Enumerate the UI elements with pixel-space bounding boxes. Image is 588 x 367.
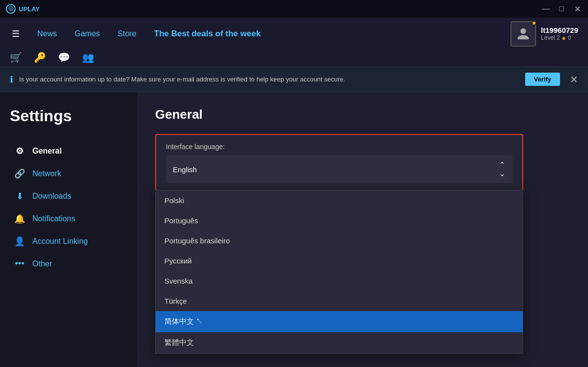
avatar[interactable] xyxy=(510,21,536,47)
dropdown-item-polski[interactable]: Polski xyxy=(156,190,523,210)
verify-button[interactable]: Verify xyxy=(525,73,560,86)
language-select[interactable]: English ⌃⌄ xyxy=(166,156,512,183)
sidebar-label-network: Network xyxy=(32,169,61,178)
nav-link-news[interactable]: News xyxy=(30,27,64,40)
dropdown-item-russian[interactable]: Русский xyxy=(156,251,523,271)
notification-bar: ℹ Is your account information up to date… xyxy=(0,67,588,92)
dropdown-item-svenska[interactable]: Svenska xyxy=(156,271,523,291)
info-icon: ℹ xyxy=(10,74,13,85)
network-icon: 🔗 xyxy=(14,168,26,179)
person-icon: 👤 xyxy=(14,236,26,247)
key-button[interactable]: 🔑 xyxy=(34,52,46,63)
maximize-button[interactable]: □ xyxy=(557,4,566,14)
sidebar-label-general: General xyxy=(32,147,62,156)
hamburger-button[interactable]: ☰ xyxy=(10,26,22,41)
sidebar-item-notifications[interactable]: 🔔 Notifications xyxy=(10,208,128,230)
section-title: General xyxy=(155,107,570,122)
more-icon: ••• xyxy=(14,259,26,269)
sidebar-label-notifications: Notifications xyxy=(32,214,75,223)
nav-icons: 🛒 🔑 💬 👥 xyxy=(10,52,578,63)
language-dropdown: Polski Português Português brasileiro Ру… xyxy=(155,190,523,354)
chat-button[interactable]: 💬 xyxy=(58,52,70,63)
window-controls: — □ ✕ xyxy=(541,4,582,14)
nav-top: ☰ News Games Store The Best deals of the… xyxy=(10,21,578,47)
online-indicator xyxy=(532,21,536,26)
notification-text: Is your account information up to date? … xyxy=(19,76,519,83)
title-bar: Ⓤ UPLAY — □ ✕ xyxy=(0,0,588,18)
app-title: UPLAY xyxy=(19,5,40,13)
sidebar-label-account-linking: Account Linking xyxy=(32,237,88,246)
chevron-icon: ⌃⌄ xyxy=(499,160,506,178)
dropdown-item-portugues[interactable]: Português xyxy=(156,210,523,231)
language-section: Interface language: English ⌃⌄ Polski Po… xyxy=(155,134,523,192)
navbar: ☰ News Games Store The Best deals of the… xyxy=(0,18,588,67)
friends-button[interactable]: 👥 xyxy=(82,52,94,63)
sidebar: Settings ⚙ General 🔗 Network ⬇ Downloads… xyxy=(0,92,137,367)
dropdown-item-turkish[interactable]: Türkçe xyxy=(156,291,523,311)
dropdown-item-simplified-chinese[interactable]: 简体中文 ↖ xyxy=(156,311,523,332)
language-label: Interface language: xyxy=(166,143,512,151)
minimize-button[interactable]: — xyxy=(541,4,551,14)
coin-icon: ● xyxy=(562,34,566,42)
nav-link-deals[interactable]: The Best deals of the week xyxy=(147,27,267,41)
uplay-icon: Ⓤ xyxy=(6,4,16,14)
sidebar-label-downloads: Downloads xyxy=(32,192,71,201)
selected-language: English xyxy=(173,165,197,174)
dropdown-item-traditional-chinese[interactable]: 繁體中文 xyxy=(156,332,523,353)
close-notification-button[interactable]: ✕ xyxy=(570,74,578,85)
sidebar-item-account-linking[interactable]: 👤 Account Linking xyxy=(10,230,128,253)
user-info: lt19960729 Level 2 ● 0 xyxy=(541,26,578,42)
content-area: General Interface language: English ⌃⌄ P… xyxy=(137,92,588,367)
avatar-icon xyxy=(516,27,530,41)
dropdown-item-portugues-br[interactable]: Português brasileiro xyxy=(156,231,523,251)
cart-button[interactable]: 🛒 xyxy=(10,52,22,63)
sidebar-label-other: Other xyxy=(32,260,52,268)
sidebar-item-other[interactable]: ••• Other xyxy=(10,253,128,275)
username: lt19960729 xyxy=(541,26,578,34)
user-section: lt19960729 Level 2 ● 0 xyxy=(510,21,578,47)
nav-link-games[interactable]: Games xyxy=(68,27,107,40)
main-content: Settings ⚙ General 🔗 Network ⬇ Downloads… xyxy=(0,92,588,367)
gear-icon: ⚙ xyxy=(14,146,26,157)
download-icon: ⬇ xyxy=(14,191,26,202)
bell-icon: 🔔 xyxy=(14,213,26,224)
app-logo: Ⓤ UPLAY xyxy=(6,4,40,14)
sidebar-item-network[interactable]: 🔗 Network xyxy=(10,162,128,185)
sidebar-item-general[interactable]: ⚙ General xyxy=(10,140,128,162)
user-level: Level 2 ● 0 xyxy=(541,34,578,42)
close-button[interactable]: ✕ xyxy=(572,4,582,14)
settings-title: Settings xyxy=(10,107,128,125)
sidebar-item-downloads[interactable]: ⬇ Downloads xyxy=(10,185,128,208)
title-bar-left: Ⓤ UPLAY xyxy=(6,4,40,14)
nav-link-store[interactable]: Store xyxy=(111,27,143,40)
